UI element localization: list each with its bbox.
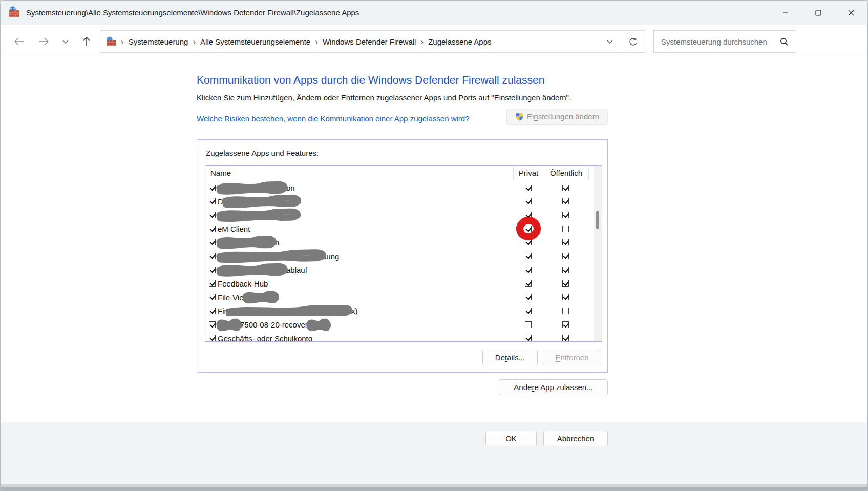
app-enabled-checkbox[interactable] (209, 212, 216, 218)
privat-checkbox[interactable] (525, 335, 532, 341)
remove-button[interactable]: Entfernen (543, 350, 601, 365)
redaction-scribble (242, 291, 279, 304)
breadcrumb-item[interactable]: Windows Defender Firewall (323, 37, 416, 46)
app-row[interactable]: 7500-08-20-recover (205, 318, 594, 332)
privat-checkbox[interactable] (525, 212, 532, 218)
privat-checkbox[interactable] (525, 239, 532, 246)
app-enabled-checkbox[interactable] (209, 198, 216, 204)
breadcrumb: ›Systemsteuerung›Alle Systemsteuerungsel… (100, 36, 599, 47)
details-button[interactable]: Details... (482, 350, 538, 365)
maximize-button[interactable] (802, 1, 835, 25)
oeffentlich-checkbox[interactable] (562, 198, 569, 204)
app-row[interactable]: eM Client (205, 222, 594, 236)
privat-checkbox[interactable] (525, 321, 532, 328)
scrollbar-thumb[interactable] (596, 211, 599, 229)
search-icon[interactable] (780, 37, 789, 46)
app-enabled-checkbox[interactable] (209, 280, 216, 287)
oeffentlich-checkbox[interactable] (562, 226, 569, 232)
app-enabled-checkbox[interactable] (209, 321, 216, 328)
privat-checkbox[interactable] (525, 253, 532, 259)
app-row[interactable]: D (205, 195, 594, 209)
list-scrollbar[interactable] (594, 166, 602, 341)
app-enabled-checkbox[interactable] (209, 335, 216, 341)
ok-button[interactable]: OK (485, 431, 537, 446)
column-separator (513, 167, 514, 180)
app-row[interactable]: Firefox (C:\Program Files\Mozilla Firefo… (205, 304, 594, 318)
oeffentlich-checkbox[interactable] (562, 185, 569, 191)
app-name: n (218, 236, 279, 250)
app-name: ablauf (218, 263, 307, 277)
forward-icon[interactable] (38, 35, 50, 48)
page-description: Klicken Sie zum Hinzufügen, Ändern oder … (197, 93, 571, 102)
app-enabled-checkbox[interactable] (209, 308, 216, 314)
app-enabled-checkbox[interactable] (209, 239, 216, 246)
privat-checkbox[interactable] (525, 226, 532, 232)
address-dropdown-chevron-icon[interactable] (599, 30, 621, 53)
back-icon[interactable] (13, 35, 25, 48)
oeffentlich-checkbox[interactable] (562, 280, 569, 287)
app-name: on (218, 181, 295, 195)
app-row[interactable]: ablauf (205, 263, 594, 277)
refresh-icon[interactable] (621, 30, 645, 53)
breadcrumb-item[interactable]: Systemsteuerung (129, 37, 188, 46)
recent-pages-chevron-icon[interactable] (59, 35, 72, 48)
redaction-scribble (216, 236, 277, 249)
oeffentlich-checkbox[interactable] (562, 308, 569, 314)
privat-checkbox[interactable] (525, 308, 532, 314)
app-enabled-checkbox[interactable] (209, 185, 216, 191)
column-separator (543, 167, 543, 180)
breadcrumb-item[interactable]: Zugelassene Apps (428, 37, 491, 46)
app-enabled-checkbox[interactable] (209, 253, 216, 259)
privat-checkbox[interactable] (525, 280, 532, 287)
app-row[interactable]: on (205, 181, 594, 195)
app-row[interactable]: Feedback-Hub (205, 277, 594, 291)
app-name: lung (218, 250, 339, 263)
privat-checkbox[interactable] (525, 198, 532, 204)
address-bar[interactable]: ›Systemsteuerung›Alle Systemsteuerungsel… (100, 30, 645, 53)
app-name: Firefox (C:\Program Files\Mozilla Firefo… (218, 304, 357, 318)
breadcrumb-separator-icon: › (310, 37, 323, 46)
up-icon[interactable] (80, 35, 93, 48)
list-header: Name Privat Öffentlich (205, 166, 602, 181)
app-name: eM Client (218, 222, 250, 236)
allow-other-app-button[interactable]: Andere App zulassen... (499, 379, 608, 395)
redaction-scribble (222, 195, 301, 209)
control-panel-window: Systemsteuerung\Alle Systemsteuerungsele… (0, 0, 868, 491)
change-settings-button[interactable]: Einstellungen ändern (506, 109, 608, 125)
app-row[interactable]: n (205, 236, 594, 250)
oeffentlich-checkbox[interactable] (562, 294, 569, 300)
oeffentlich-checkbox[interactable] (562, 239, 569, 246)
column-header-name[interactable]: Name (210, 169, 231, 177)
oeffentlich-checkbox[interactable] (562, 267, 569, 273)
app-row[interactable]: Geschäfts- oder Schulkonto (205, 332, 594, 342)
oeffentlich-checkbox[interactable] (562, 321, 569, 328)
search-input[interactable] (660, 37, 780, 47)
app-row[interactable]: File-Vie (205, 291, 594, 304)
column-separator (588, 167, 589, 180)
oeffentlich-checkbox[interactable] (562, 335, 569, 341)
cancel-button[interactable]: Abbrechen (543, 431, 608, 446)
minimize-button[interactable] (769, 1, 802, 25)
privat-checkbox[interactable] (525, 185, 532, 191)
oeffentlich-checkbox[interactable] (562, 212, 569, 218)
privat-checkbox[interactable] (525, 267, 532, 273)
window-controls (769, 1, 867, 25)
redaction-scribble (216, 318, 242, 331)
app-enabled-checkbox[interactable] (209, 226, 216, 232)
app-row[interactable] (205, 208, 594, 222)
breadcrumb-item[interactable]: Alle Systemsteuerungselemente (200, 37, 310, 46)
app-enabled-checkbox[interactable] (209, 294, 216, 300)
redaction-scribble (216, 263, 288, 277)
redaction-scribble (306, 318, 331, 331)
privat-checkbox[interactable] (525, 294, 532, 300)
breadcrumb-separator-icon: › (188, 37, 200, 46)
breadcrumb-firewall-icon (106, 36, 116, 47)
app-row[interactable]: lung (205, 250, 594, 263)
risk-info-link[interactable]: Welche Risiken bestehen, wenn die Kommun… (197, 113, 483, 125)
app-enabled-checkbox[interactable] (209, 267, 216, 273)
app-name: 7500-08-20-recover (218, 318, 329, 332)
close-button[interactable] (835, 1, 867, 25)
column-header-oeffentlich[interactable]: Öffentlich (543, 169, 589, 177)
oeffentlich-checkbox[interactable] (562, 253, 569, 259)
column-header-privat[interactable]: Privat (514, 169, 543, 177)
